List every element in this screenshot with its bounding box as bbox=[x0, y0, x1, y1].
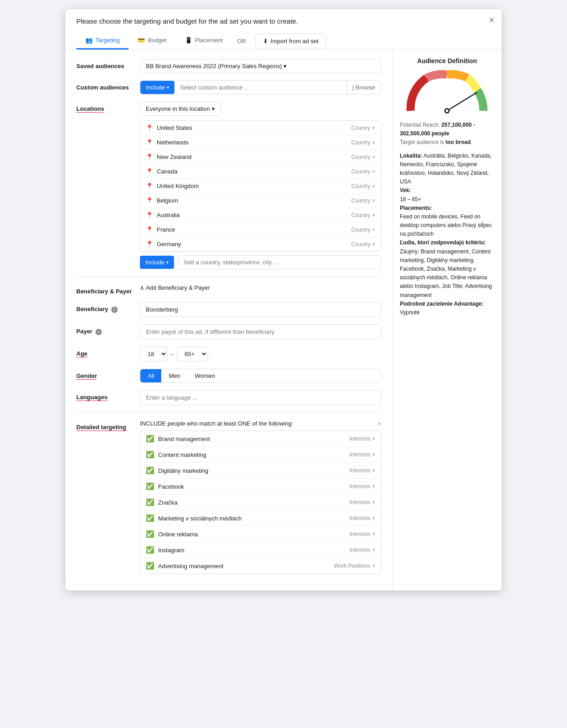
location-item: 📍 France Country × bbox=[140, 223, 381, 237]
age-label: Age bbox=[76, 347, 140, 357]
modal-body: Saved audiences BB Brand Awareness 2022 … bbox=[65, 50, 502, 590]
add-beneficiary-toggle[interactable]: ∧ Add Beneficiary & Payer bbox=[140, 284, 381, 291]
gender-all-button[interactable]: All bbox=[140, 369, 161, 382]
location-type: Country × bbox=[351, 198, 375, 204]
placement-icon: 📱 bbox=[185, 37, 192, 44]
location-pin-icon: 📍 bbox=[146, 197, 153, 204]
location-remove-icon[interactable]: × bbox=[372, 168, 375, 175]
interest-check-icon: ✅ bbox=[146, 498, 154, 506]
everyone-location-select[interactable]: Everyone in this location ▾ bbox=[140, 102, 221, 116]
interest-check-icon: ✅ bbox=[146, 466, 154, 475]
tab-budget[interactable]: 💳 Budget bbox=[129, 32, 175, 50]
location-remove-icon[interactable]: × bbox=[372, 227, 375, 233]
interest-item: ✅ Marketing v sociálnych médiách Interes… bbox=[140, 510, 381, 526]
audience-detail: Lokalita: Austrália, Belgicko, Kanada, N… bbox=[400, 152, 494, 317]
location-remove-icon[interactable]: × bbox=[372, 198, 375, 204]
modal: Please choose the targeting and budget f… bbox=[65, 9, 502, 590]
interests-list: ✅ Brand management Interests × ✅ Content… bbox=[140, 431, 381, 574]
detailed-targeting-row: Detailed targeting INCLUDE people who ma… bbox=[76, 420, 381, 574]
tab-targeting[interactable]: 👥 Targeting bbox=[76, 32, 129, 50]
location-remove-icon[interactable]: × bbox=[372, 183, 375, 189]
payer-info-icon[interactable]: i bbox=[95, 329, 102, 335]
beneficiary-label: Beneficiary i bbox=[76, 302, 140, 313]
detailed-close-icon[interactable]: × bbox=[378, 420, 381, 427]
location-remove-icon[interactable]: × bbox=[372, 139, 375, 146]
include-location-button[interactable]: Include ▾ bbox=[140, 256, 174, 269]
gauge-chart bbox=[406, 70, 488, 115]
location-item: 📍 United Kingdom Country × bbox=[140, 179, 381, 193]
location-remove-icon[interactable]: × bbox=[372, 154, 375, 160]
location-type: Country × bbox=[351, 212, 375, 218]
interest-name: Digitálny marketing bbox=[158, 467, 349, 474]
location-pin-icon: 📍 bbox=[146, 139, 153, 146]
location-remove-icon[interactable]: × bbox=[372, 125, 375, 131]
interest-remove-icon[interactable]: × bbox=[372, 515, 375, 521]
interest-name: Značka bbox=[158, 499, 349, 506]
gender-women-button[interactable]: Women bbox=[188, 369, 223, 382]
languages-input[interactable] bbox=[140, 390, 381, 405]
interest-remove-icon[interactable]: × bbox=[372, 483, 375, 490]
browse-button[interactable]: | Browse bbox=[347, 81, 381, 94]
age-row: Age 18 - 65+ bbox=[76, 347, 381, 362]
location-name: Australia bbox=[157, 212, 351, 218]
interest-name: Content marketing bbox=[158, 451, 349, 458]
browse-label: Browse bbox=[356, 84, 375, 91]
interest-remove-icon[interactable]: × bbox=[372, 499, 375, 505]
location-name: Germany bbox=[157, 241, 351, 248]
location-pin-icon: 📍 bbox=[146, 212, 153, 218]
age-to-select[interactable]: 65+ bbox=[177, 347, 208, 362]
location-remove-icon[interactable]: × bbox=[372, 241, 375, 248]
interest-remove-icon[interactable]: × bbox=[372, 547, 375, 553]
saved-audiences-select[interactable]: BB Brand Awareness 2022 (Primary Sales R… bbox=[140, 59, 381, 73]
beneficiary-info-icon[interactable]: i bbox=[111, 307, 118, 313]
location-type: Country × bbox=[351, 183, 375, 189]
svg-line-0 bbox=[447, 93, 477, 111]
age-from-select[interactable]: 18 bbox=[140, 347, 168, 362]
gender-men-button[interactable]: Men bbox=[161, 369, 187, 382]
interest-remove-icon[interactable]: × bbox=[372, 436, 375, 442]
podrobne-label: Podrobné zacielenie Advantage: bbox=[400, 301, 483, 307]
interest-item: ✅ Instagram Interests × bbox=[140, 542, 381, 558]
import-from-ad-set-button[interactable]: ⬇ Import from ad set bbox=[255, 34, 326, 49]
beneficiary-payer-label: Beneficiary & Payer bbox=[76, 284, 140, 295]
locations-label: Locations bbox=[76, 102, 140, 112]
target-audience-status: too broad bbox=[446, 139, 471, 145]
location-remove-icon[interactable]: × bbox=[372, 212, 375, 218]
detailed-include-text: INCLUDE people who match at least ONE of… bbox=[140, 420, 378, 427]
location-name: France bbox=[157, 226, 351, 233]
tab-placement[interactable]: 📱 Placement bbox=[176, 32, 232, 50]
location-type: Country × bbox=[351, 125, 375, 131]
svg-point-2 bbox=[446, 109, 448, 112]
interest-type: Interests × bbox=[349, 547, 375, 553]
location-item: 📍 Canada Country × bbox=[140, 164, 381, 179]
audience-definition-title: Audience Definition bbox=[400, 57, 494, 64]
location-pin-icon: 📍 bbox=[146, 241, 153, 248]
include-custom-button[interactable]: Include ▾ bbox=[140, 81, 174, 94]
location-filter-dropdown: Everyone in this location ▾ bbox=[140, 102, 381, 116]
interest-name: Advertising management bbox=[158, 563, 334, 570]
custom-audiences-label: Custom audiences bbox=[76, 80, 140, 91]
interest-check-icon: ✅ bbox=[146, 546, 154, 554]
locations-control: Everyone in this location ▾ 📍 United Sta… bbox=[140, 102, 381, 269]
interest-item: ✅ Online reklama Interests × bbox=[140, 526, 381, 542]
payer-label-text: Payer bbox=[76, 328, 92, 335]
interest-remove-icon[interactable]: × bbox=[372, 563, 375, 569]
import-icon: ⬇ bbox=[263, 38, 268, 45]
custom-audience-input[interactable] bbox=[174, 81, 347, 94]
saved-audiences-row: Saved audiences BB Brand Awareness 2022 … bbox=[76, 59, 381, 73]
interest-remove-icon[interactable]: × bbox=[372, 531, 375, 537]
location-pin-icon: 📍 bbox=[146, 154, 153, 160]
interest-item: ✅ Digitálny marketing Interests × bbox=[140, 463, 381, 479]
languages-control bbox=[140, 390, 381, 405]
interest-remove-icon[interactable]: × bbox=[372, 467, 375, 474]
interest-type: Interests × bbox=[349, 483, 375, 490]
interest-type: Work Positions × bbox=[334, 563, 375, 569]
close-button[interactable]: × bbox=[489, 15, 494, 25]
beneficiary-input[interactable] bbox=[140, 302, 381, 317]
interest-type: Interests × bbox=[349, 467, 375, 474]
payer-input[interactable] bbox=[140, 324, 381, 339]
location-name: United Kingdom bbox=[157, 183, 351, 189]
interest-item: ✅ Facebook Interests × bbox=[140, 479, 381, 495]
add-location-input[interactable] bbox=[178, 255, 381, 269]
interest-remove-icon[interactable]: × bbox=[372, 451, 375, 458]
